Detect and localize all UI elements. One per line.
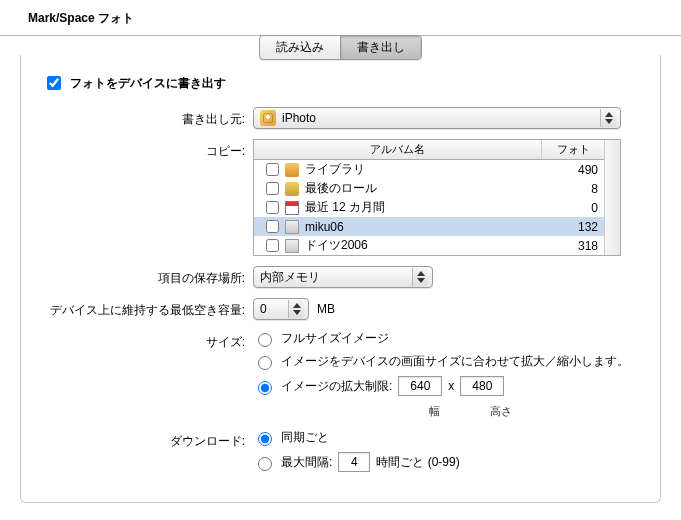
album-icon (285, 163, 299, 177)
min-free-label: デバイス上に維持する最低空き容量: (43, 298, 253, 319)
source-label: 書き出し元: (43, 107, 253, 128)
width-caption: 幅 (429, 404, 440, 419)
album-icon (285, 239, 299, 253)
source-popup-text: iPhoto (282, 111, 594, 125)
svg-marker-3 (417, 278, 425, 283)
height-caption: 高さ (490, 404, 512, 419)
min-free-unit: MB (317, 302, 335, 316)
album-icon (285, 182, 299, 196)
album-icon (285, 220, 299, 234)
table-row[interactable]: miku06132 (254, 217, 604, 236)
album-table: アルバム名 フォト ライブラリ490最後のロール8最近 12 カ月間0miku0… (253, 139, 621, 256)
album-count: 132 (548, 220, 598, 234)
size-full-radio[interactable] (258, 333, 272, 347)
svg-marker-1 (605, 119, 613, 124)
album-name: miku06 (305, 220, 548, 234)
download-interval-radio[interactable] (258, 457, 272, 471)
album-count: 318 (548, 239, 598, 253)
size-limit-radio[interactable] (258, 381, 272, 395)
table-row[interactable]: 最後のロール8 (254, 179, 604, 198)
copy-label: コピー: (43, 139, 253, 160)
album-count: 0 (548, 201, 598, 215)
album-name: ライブラリ (305, 161, 548, 178)
source-popup[interactable]: iPhoto (253, 107, 621, 129)
album-icon (285, 201, 299, 215)
row-checkbox[interactable] (266, 182, 279, 195)
store-popup-text: 内部メモリ (260, 269, 406, 286)
table-row[interactable]: ドイツ2006318 (254, 236, 604, 255)
popup-arrows-icon (412, 268, 428, 286)
size-x-label: x (448, 379, 454, 393)
col-album-name[interactable]: アルバム名 (254, 140, 542, 159)
export-enable-checkbox[interactable] (47, 76, 61, 90)
download-interval-suffix: 時間ごと (0-99) (376, 454, 459, 471)
size-limit-label: イメージの拡大制限: (281, 378, 392, 395)
table-scrollbar[interactable] (604, 140, 620, 255)
store-label: 項目の保存場所: (43, 266, 253, 287)
album-name: 最近 12 カ月間 (305, 199, 548, 216)
table-row[interactable]: ライブラリ490 (254, 160, 604, 179)
size-label: サイズ: (43, 330, 253, 351)
export-enable-label: フォトをデバイスに書き出す (70, 75, 226, 92)
table-header: アルバム名 フォト (254, 140, 604, 160)
min-free-value: 0 (260, 302, 282, 316)
size-fit-radio[interactable] (258, 356, 272, 370)
size-full-label: フルサイズイメージ (281, 330, 389, 347)
popup-arrows-icon (288, 300, 304, 318)
svg-marker-0 (605, 112, 613, 117)
album-name: ドイツ2006 (305, 237, 548, 254)
size-height-input[interactable] (460, 376, 504, 396)
album-name: 最後のロール (305, 180, 548, 197)
album-count: 490 (548, 163, 598, 177)
row-checkbox[interactable] (266, 239, 279, 252)
size-fit-label: イメージをデバイスの画面サイズに合わせて拡大／縮小します。 (281, 353, 629, 370)
row-checkbox[interactable] (266, 163, 279, 176)
download-persync-radio[interactable] (258, 432, 272, 446)
row-checkbox[interactable] (266, 201, 279, 214)
svg-marker-2 (417, 271, 425, 276)
store-popup[interactable]: 内部メモリ (253, 266, 433, 288)
export-panel: フォトをデバイスに書き出す 書き出し元: iPhoto コピー: アルバム名 フ… (20, 55, 661, 503)
size-width-input[interactable] (398, 376, 442, 396)
album-count: 8 (548, 182, 598, 196)
iphoto-icon (260, 110, 276, 126)
svg-marker-5 (293, 310, 301, 315)
download-persync-label: 同期ごと (281, 429, 329, 446)
download-interval-label: 最大間隔: (281, 454, 332, 471)
svg-marker-4 (293, 303, 301, 308)
col-photo-count[interactable]: フォト (542, 140, 604, 159)
download-label: ダウンロード: (43, 429, 253, 450)
min-free-popup[interactable]: 0 (253, 298, 309, 320)
popup-arrows-icon (600, 109, 616, 127)
row-checkbox[interactable] (266, 220, 279, 233)
table-row[interactable]: 最近 12 カ月間0 (254, 198, 604, 217)
download-interval-input[interactable] (338, 452, 370, 472)
window-title: Mark/Space フォト (0, 0, 681, 36)
